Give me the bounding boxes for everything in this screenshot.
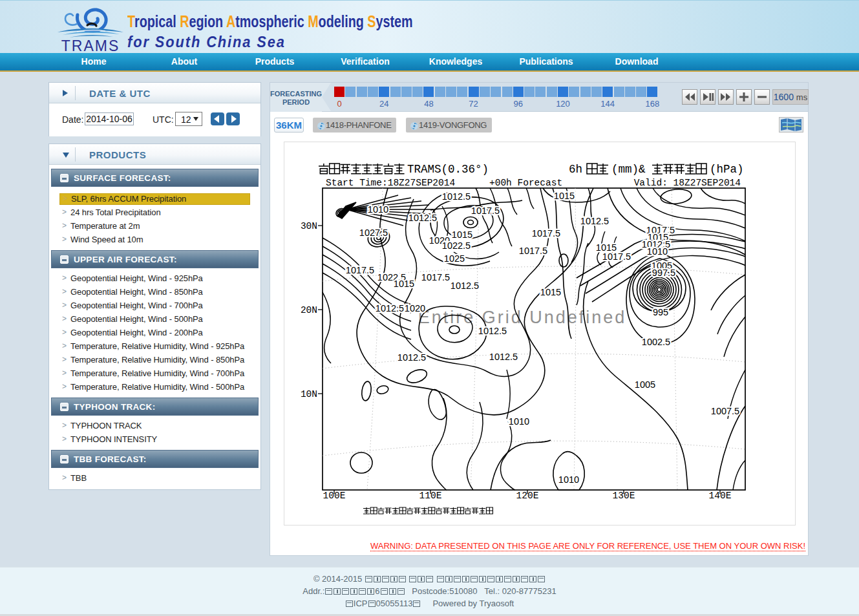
svg-text:1022.5: 1022.5 — [442, 240, 471, 251]
svg-text:6h: 6h — [569, 163, 582, 176]
svg-text:1012.5: 1012.5 — [442, 191, 471, 202]
svg-text:1012.5: 1012.5 — [398, 352, 426, 363]
svg-text:TRAMS(0.36°): TRAMS(0.36°) — [407, 163, 489, 176]
svg-text:1012.5: 1012.5 — [376, 303, 404, 313]
svg-text:1017.5: 1017.5 — [519, 246, 547, 256]
svg-text:1012.5: 1012.5 — [489, 352, 518, 362]
svg-text:1017.5: 1017.5 — [602, 251, 631, 262]
svg-text:Valid: 18Z27SEP2014: Valid: 18Z27SEP2014 — [634, 178, 741, 188]
svg-text:1007.5: 1007.5 — [711, 406, 739, 416]
svg-text:997.5: 997.5 — [652, 268, 675, 278]
svg-text:30N: 30N — [301, 221, 317, 231]
svg-text:1012.5: 1012.5 — [451, 281, 479, 291]
svg-text:1012.5: 1012.5 — [408, 213, 437, 223]
svg-text:(mm)&: (mm)& — [611, 163, 646, 176]
svg-text:+00h Forecast: +00h Forecast — [489, 178, 562, 188]
svg-text:1015: 1015 — [394, 279, 414, 289]
svg-text:(hPa): (hPa) — [710, 163, 744, 176]
svg-text:1005: 1005 — [635, 379, 655, 390]
svg-text:1010: 1010 — [368, 204, 388, 215]
svg-text:1010: 1010 — [647, 246, 668, 257]
svg-text:1017.5: 1017.5 — [532, 228, 560, 239]
svg-text:995: 995 — [653, 307, 668, 317]
svg-text:1017.5: 1017.5 — [471, 206, 500, 216]
svg-text:10N: 10N — [301, 389, 317, 399]
svg-text:1015: 1015 — [554, 191, 575, 201]
svg-text:1025: 1025 — [444, 253, 465, 264]
svg-text:1010: 1010 — [558, 474, 579, 485]
svg-text:1002.5: 1002.5 — [642, 337, 670, 347]
svg-text:1010: 1010 — [509, 416, 529, 427]
svg-text:1015: 1015 — [452, 229, 472, 240]
svg-text:1012.5: 1012.5 — [580, 216, 609, 226]
svg-text:1012.5: 1012.5 — [478, 326, 507, 336]
svg-text:Start Time:18Z27SEP2014: Start Time:18Z27SEP2014 — [326, 178, 455, 188]
svg-text:20N: 20N — [301, 305, 317, 315]
svg-text:1017.5: 1017.5 — [421, 272, 450, 282]
svg-text:1020: 1020 — [405, 303, 425, 313]
svg-text:1015: 1015 — [540, 287, 561, 297]
svg-text:1027.5: 1027.5 — [359, 228, 388, 238]
svg-text:1017.5: 1017.5 — [346, 265, 374, 275]
